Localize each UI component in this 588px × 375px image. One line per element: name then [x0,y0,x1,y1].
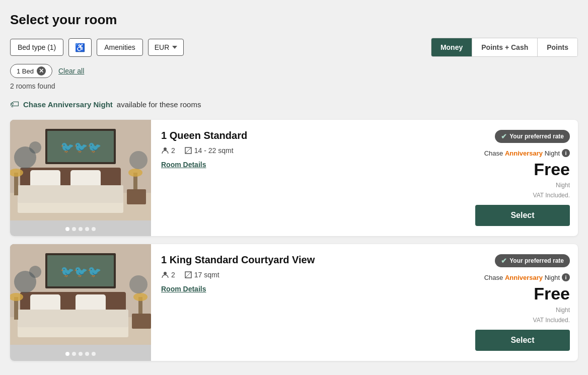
active-filter-tag[interactable]: 1 Bed ✕ [10,64,52,78]
svg-point-19 [164,147,167,151]
room-name: 1 King Standard Courtyard View [161,254,457,266]
select-button[interactable]: Select [475,205,570,226]
svg-text:🐦🐦🐦: 🐦🐦🐦 [60,140,102,154]
room-card-1: 🐦🐦🐦 1 King Standard Courtyard View [10,244,578,360]
vat-label: VAT Included. [533,317,570,324]
clear-all-button[interactable]: Clear all [58,67,84,75]
svg-rect-15 [127,189,146,204]
person-icon [161,146,169,155]
vat-label: VAT Included. [533,192,570,199]
room-guests: 2 [161,271,175,279]
chase-night-label: Chase Anniversary Night i [484,273,570,281]
preferred-rate-label: Your preferred rate [509,257,564,264]
select-button[interactable]: Select [475,330,570,351]
svg-point-18 [29,141,41,154]
preferred-rate-label: Your preferred rate [509,133,564,140]
room-meta: 2 17 sqmt [161,271,457,279]
room-size: 17 sqmt [184,271,219,279]
svg-point-39 [29,266,41,278]
person-icon [161,271,169,279]
info-icon[interactable]: i [562,149,570,157]
carousel-dot-0[interactable] [65,227,69,231]
carousel-dot-0[interactable] [65,352,69,356]
room-name: 1 Queen Standard [161,130,457,141]
room-pricing: ✔ Your preferred rate Chase Anniversary … [467,244,578,360]
carousel-dot-2[interactable] [79,352,83,356]
room-meta: 2 14 - 22 sqmt [161,146,457,155]
price-free: Free [534,284,570,303]
chase-label-text: Chase Anniversary Night [484,149,560,157]
room-image-container: 🐦🐦🐦 [10,244,151,360]
filters-row: Bed type (1) ♿ Amenities EUR Money Point… [10,38,578,57]
currency-label: EUR [155,43,170,51]
size-icon [184,271,192,279]
info-icon[interactable]: i [562,273,570,281]
svg-point-14 [128,169,142,177]
chase-rest-text: available for these rooms [117,100,201,109]
active-filters-row: 1 Bed ✕ Clear all [10,64,578,78]
remove-filter-icon[interactable]: ✕ [37,66,46,76]
rate-type-toggle: Money Points + Cash Points [431,38,578,57]
chase-night-label: Chase Anniversary Night i [484,149,570,157]
currency-selector[interactable]: EUR [148,39,184,56]
svg-point-17 [129,151,148,169]
page-container: Select your room Bed type (1) ♿ Amenitie… [0,0,588,375]
price-per-night: Night [556,182,570,189]
accessibility-filter-button[interactable]: ♿ [68,38,92,57]
price-free: Free [534,160,570,179]
carousel-dots [65,227,96,231]
carousel-dot-3[interactable] [85,227,89,231]
money-rate-button[interactable]: Money [431,38,472,56]
room-info: 1 Queen Standard 2 14 - 22 sqmt [151,120,467,236]
svg-point-35 [133,293,148,301]
svg-rect-31 [18,310,128,327]
rooms-found-label: 2 rooms found [10,82,578,90]
carousel-dot-4[interactable] [92,352,96,356]
check-icon: ✔ [501,257,507,265]
amenities-filter-button[interactable]: Amenities [97,39,142,56]
room-info: 1 King Standard Courtyard View 2 17 sqmt [151,244,467,360]
rooms-list: 🐦🐦🐦 1 Queen Standard [10,120,578,361]
size-icon [184,146,192,155]
price-per-night: Night [556,307,570,314]
chase-banner: 🏷 Chase Anniversary Night available for … [10,99,578,110]
check-icon: ✔ [501,132,507,140]
room-size: 14 - 22 sqmt [184,146,234,155]
room-details-link[interactable]: Room Details [161,285,457,293]
svg-rect-10 [18,185,123,203]
chase-bold-text: Chase Anniversary Night [23,100,113,109]
room-details-link[interactable]: Room Details [161,161,457,169]
points-cash-rate-button[interactable]: Points + Cash [472,38,538,56]
carousel-dot-4[interactable] [92,227,96,231]
bed-type-filter-button[interactable]: Bed type (1) [10,39,63,56]
preferred-rate-badge: ✔ Your preferred rate [495,130,570,143]
carousel-dot-1[interactable] [72,227,76,231]
svg-text:🐦🐦🐦: 🐦🐦🐦 [60,265,102,278]
carousel-dot-2[interactable] [79,227,83,231]
carousel-dots [65,352,96,356]
accessibility-icon: ♿ [75,43,85,52]
room-guests: 2 [161,146,175,155]
carousel-dot-1[interactable] [72,352,76,356]
svg-point-38 [129,275,148,293]
svg-point-40 [164,272,167,275]
points-rate-button[interactable]: Points [538,38,577,56]
room-card-0: 🐦🐦🐦 1 Queen Standard [10,120,578,236]
room-image-container: 🐦🐦🐦 [10,120,151,236]
page-title: Select your room [10,12,578,28]
tag-icon: 🏷 [10,99,19,110]
amenities-label: Amenities [104,43,135,51]
preferred-rate-badge: ✔ Your preferred rate [495,254,570,267]
carousel-dot-3[interactable] [85,352,89,356]
bed-type-label: Bed type (1) [18,43,56,51]
svg-rect-36 [132,314,151,329]
chase-label-text: Chase Anniversary Night [484,274,560,281]
active-filter-value: 1 Bed [17,67,34,75]
room-pricing: ✔ Your preferred rate Chase Anniversary … [467,120,578,236]
chevron-down-icon [172,46,177,49]
